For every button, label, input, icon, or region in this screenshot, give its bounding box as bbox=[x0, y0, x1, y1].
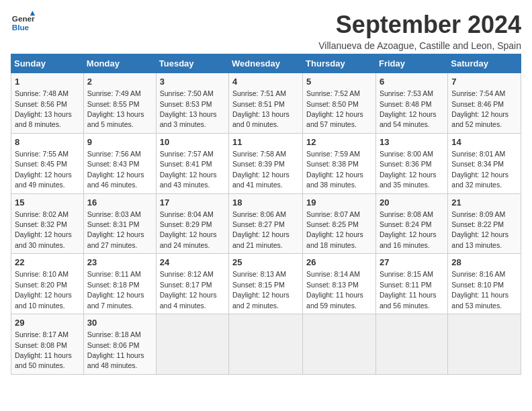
day-11: 11 Sunrise: 7:58 AMSunset: 8:39 PMDaylig… bbox=[229, 133, 303, 193]
calendar-week-5: 29 Sunrise: 8:17 AMSunset: 8:08 PMDaylig… bbox=[11, 314, 521, 375]
day-26: 26 Sunrise: 8:14 AMSunset: 8:13 PMDaylig… bbox=[303, 254, 376, 314]
day-2: 2 Sunrise: 7:49 AMSunset: 8:55 PMDayligh… bbox=[83, 73, 156, 134]
empty-cell-5 bbox=[448, 314, 521, 375]
col-wednesday: Wednesday bbox=[229, 54, 303, 73]
col-friday: Friday bbox=[375, 54, 447, 73]
day-13: 13 Sunrise: 8:00 AMSunset: 8:36 PMDaylig… bbox=[375, 133, 447, 193]
day-15: 15 Sunrise: 8:02 AMSunset: 8:32 PMDaylig… bbox=[11, 193, 84, 254]
empty-cell-4 bbox=[375, 314, 447, 375]
day-29: 29 Sunrise: 8:17 AMSunset: 8:08 PMDaylig… bbox=[11, 314, 84, 375]
day-24: 24 Sunrise: 8:12 AMSunset: 8:17 PMDaylig… bbox=[156, 254, 228, 314]
svg-marker-2 bbox=[30, 11, 35, 15]
day-1: 1 Sunrise: 7:48 AMSunset: 8:56 PMDayligh… bbox=[11, 73, 84, 134]
day-28: 28 Sunrise: 8:16 AMSunset: 8:10 PMDaylig… bbox=[448, 254, 521, 314]
col-sunday: Sunday bbox=[11, 54, 84, 73]
calendar-week-4: 22 Sunrise: 8:10 AMSunset: 8:20 PMDaylig… bbox=[11, 254, 521, 314]
calendar-week-1: 1 Sunrise: 7:48 AMSunset: 8:56 PMDayligh… bbox=[11, 73, 521, 134]
day-27: 27 Sunrise: 8:15 AMSunset: 8:11 PMDaylig… bbox=[375, 254, 447, 314]
day-23: 23 Sunrise: 8:11 AMSunset: 8:18 PMDaylig… bbox=[83, 254, 156, 314]
col-thursday: Thursday bbox=[303, 54, 376, 73]
day-22: 22 Sunrise: 8:10 AMSunset: 8:20 PMDaylig… bbox=[11, 254, 84, 314]
col-tuesday: Tuesday bbox=[156, 54, 228, 73]
day-3: 3 Sunrise: 7:50 AMSunset: 8:53 PMDayligh… bbox=[156, 73, 228, 134]
calendar-table: Sunday Monday Tuesday Wednesday Thursday… bbox=[11, 54, 521, 375]
day-17: 17 Sunrise: 8:04 AMSunset: 8:29 PMDaylig… bbox=[156, 193, 228, 254]
day-18: 18 Sunrise: 8:06 AMSunset: 8:27 PMDaylig… bbox=[229, 193, 303, 254]
day-25: 25 Sunrise: 8:13 AMSunset: 8:15 PMDaylig… bbox=[229, 254, 303, 314]
empty-cell-3 bbox=[303, 314, 376, 375]
month-title: September 2024 bbox=[318, 11, 521, 39]
location-subtitle: Villanueva de Azoague, Castille and Leon… bbox=[318, 40, 521, 51]
day-19: 19 Sunrise: 8:07 AMSunset: 8:25 PMDaylig… bbox=[303, 193, 376, 254]
logo-icon: General Blue bbox=[11, 11, 35, 35]
logo: General Blue bbox=[11, 11, 35, 35]
day-21: 21 Sunrise: 8:09 AMSunset: 8:22 PMDaylig… bbox=[448, 193, 521, 254]
day-4: 4 Sunrise: 7:51 AMSunset: 8:51 PMDayligh… bbox=[229, 73, 303, 134]
svg-text:Blue: Blue bbox=[12, 23, 30, 32]
day-6: 6 Sunrise: 7:53 AMSunset: 8:48 PMDayligh… bbox=[375, 73, 447, 134]
empty-cell-1 bbox=[156, 314, 228, 375]
day-20: 20 Sunrise: 8:08 AMSunset: 8:24 PMDaylig… bbox=[375, 193, 447, 254]
title-block: September 2024 Villanueva de Azoague, Ca… bbox=[318, 11, 521, 51]
day-30: 30 Sunrise: 8:18 AMSunset: 8:06 PMDaylig… bbox=[83, 314, 156, 375]
calendar-week-2: 8 Sunrise: 7:55 AMSunset: 8:45 PMDayligh… bbox=[11, 133, 521, 193]
calendar-header-row: Sunday Monday Tuesday Wednesday Thursday… bbox=[11, 54, 521, 73]
calendar-week-3: 15 Sunrise: 8:02 AMSunset: 8:32 PMDaylig… bbox=[11, 193, 521, 254]
day-12: 12 Sunrise: 7:59 AMSunset: 8:38 PMDaylig… bbox=[303, 133, 376, 193]
day-9: 9 Sunrise: 7:56 AMSunset: 8:43 PMDayligh… bbox=[83, 133, 156, 193]
day-14: 14 Sunrise: 8:01 AMSunset: 8:34 PMDaylig… bbox=[448, 133, 521, 193]
col-saturday: Saturday bbox=[448, 54, 521, 73]
day-5: 5 Sunrise: 7:52 AMSunset: 8:50 PMDayligh… bbox=[303, 73, 376, 134]
day-10: 10 Sunrise: 7:57 AMSunset: 8:41 PMDaylig… bbox=[156, 133, 228, 193]
empty-cell-2 bbox=[229, 314, 303, 375]
day-16: 16 Sunrise: 8:03 AMSunset: 8:31 PMDaylig… bbox=[83, 193, 156, 254]
day-7: 7 Sunrise: 7:54 AMSunset: 8:46 PMDayligh… bbox=[448, 73, 521, 134]
day-8: 8 Sunrise: 7:55 AMSunset: 8:45 PMDayligh… bbox=[11, 133, 84, 193]
col-monday: Monday bbox=[83, 54, 156, 73]
page-header: General Blue September 2024 Villanueva d… bbox=[11, 11, 521, 51]
